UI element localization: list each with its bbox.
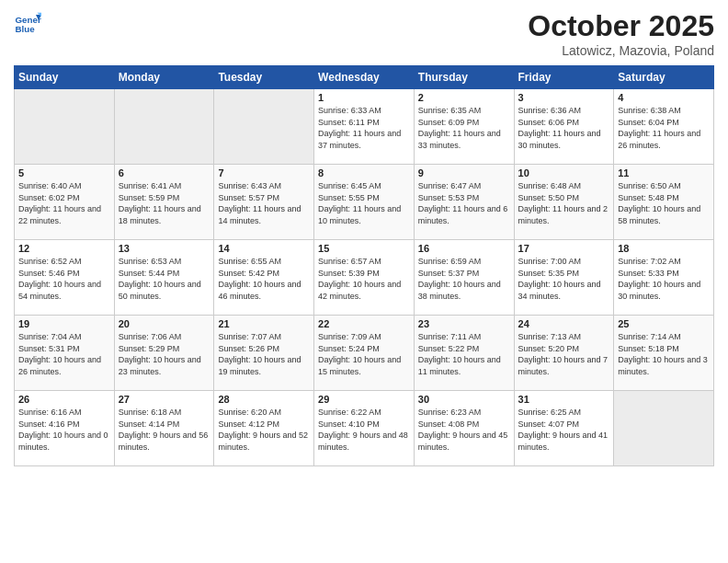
day-info: Sunrise: 6:59 AMSunset: 5:37 PMDaylight:…	[418, 256, 510, 302]
weekday-header-row: Sunday Monday Tuesday Wednesday Thursday…	[15, 66, 714, 89]
calendar-cell-3-4: 23Sunrise: 7:11 AMSunset: 5:22 PMDayligh…	[414, 316, 514, 391]
header-saturday: Saturday	[614, 66, 714, 89]
day-info: Sunrise: 6:25 AMSunset: 4:07 PMDaylight:…	[518, 407, 610, 453]
calendar-cell-1-6: 11Sunrise: 6:50 AMSunset: 5:48 PMDayligh…	[614, 165, 714, 240]
calendar-cell-3-2: 21Sunrise: 7:07 AMSunset: 5:26 PMDayligh…	[214, 316, 314, 391]
calendar-cell-3-0: 19Sunrise: 7:04 AMSunset: 5:31 PMDayligh…	[15, 316, 115, 391]
day-info: Sunrise: 6:18 AMSunset: 4:14 PMDaylight:…	[119, 407, 210, 453]
location: Latowicz, Mazovia, Poland	[528, 43, 714, 58]
day-info: Sunrise: 6:55 AMSunset: 5:42 PMDaylight:…	[218, 256, 310, 302]
day-info: Sunrise: 6:45 AMSunset: 5:55 PMDaylight:…	[318, 180, 410, 226]
day-number: 4	[618, 92, 710, 103]
day-number: 1	[318, 92, 410, 103]
calendar-cell-3-3: 22Sunrise: 7:09 AMSunset: 5:24 PMDayligh…	[314, 316, 415, 391]
day-number: 30	[418, 394, 510, 405]
day-number: 20	[119, 318, 210, 329]
day-number: 9	[418, 167, 510, 178]
day-number: 6	[119, 167, 210, 178]
calendar-cell-0-1	[114, 89, 214, 165]
day-info: Sunrise: 7:14 AMSunset: 5:18 PMDaylight:…	[618, 331, 710, 377]
day-info: Sunrise: 6:48 AMSunset: 5:50 PMDaylight:…	[518, 180, 610, 226]
calendar-cell-3-1: 20Sunrise: 7:06 AMSunset: 5:29 PMDayligh…	[114, 316, 214, 391]
header-monday: Monday	[114, 66, 214, 89]
calendar-cell-4-2: 28Sunrise: 6:20 AMSunset: 4:12 PMDayligh…	[214, 391, 314, 466]
calendar-cell-0-2	[214, 89, 314, 165]
day-info: Sunrise: 7:11 AMSunset: 5:22 PMDaylight:…	[418, 331, 510, 377]
week-row-5: 26Sunrise: 6:16 AMSunset: 4:16 PMDayligh…	[15, 391, 714, 466]
calendar-cell-4-4: 30Sunrise: 6:23 AMSunset: 4:08 PMDayligh…	[414, 391, 514, 466]
day-number: 28	[218, 394, 310, 405]
day-number: 2	[418, 92, 510, 103]
header-thursday: Thursday	[414, 66, 514, 89]
header: General Blue October 2025 Latowicz, Mazo…	[14, 9, 714, 58]
day-info: Sunrise: 6:35 AMSunset: 6:09 PMDaylight:…	[418, 105, 510, 151]
week-row-2: 5Sunrise: 6:40 AMSunset: 6:02 PMDaylight…	[15, 165, 714, 240]
calendar-cell-4-0: 26Sunrise: 6:16 AMSunset: 4:16 PMDayligh…	[15, 391, 115, 466]
day-number: 21	[218, 318, 310, 329]
day-number: 16	[418, 243, 510, 254]
calendar-cell-1-1: 6Sunrise: 6:41 AMSunset: 5:59 PMDaylight…	[114, 165, 214, 240]
calendar-cell-3-5: 24Sunrise: 7:13 AMSunset: 5:20 PMDayligh…	[514, 316, 614, 391]
calendar-cell-1-3: 8Sunrise: 6:45 AMSunset: 5:55 PMDaylight…	[314, 165, 415, 240]
day-number: 15	[318, 243, 410, 254]
day-number: 24	[518, 318, 610, 329]
day-info: Sunrise: 6:43 AMSunset: 5:57 PMDaylight:…	[218, 180, 310, 226]
day-info: Sunrise: 6:23 AMSunset: 4:08 PMDaylight:…	[418, 407, 510, 453]
day-info: Sunrise: 6:53 AMSunset: 5:44 PMDaylight:…	[119, 256, 210, 302]
calendar-cell-1-0: 5Sunrise: 6:40 AMSunset: 6:02 PMDaylight…	[15, 165, 115, 240]
calendar-cell-2-1: 13Sunrise: 6:53 AMSunset: 5:44 PMDayligh…	[114, 240, 214, 316]
day-number: 18	[618, 243, 710, 254]
calendar-cell-2-4: 16Sunrise: 6:59 AMSunset: 5:37 PMDayligh…	[414, 240, 514, 316]
day-number: 11	[618, 167, 710, 178]
day-info: Sunrise: 6:52 AMSunset: 5:46 PMDaylight:…	[18, 256, 110, 302]
day-info: Sunrise: 6:41 AMSunset: 5:59 PMDaylight:…	[119, 180, 210, 226]
day-info: Sunrise: 7:07 AMSunset: 5:26 PMDaylight:…	[218, 331, 310, 377]
calendar-cell-2-0: 12Sunrise: 6:52 AMSunset: 5:46 PMDayligh…	[15, 240, 115, 316]
day-number: 8	[318, 167, 410, 178]
header-friday: Friday	[514, 66, 614, 89]
day-number: 13	[119, 243, 210, 254]
day-info: Sunrise: 7:13 AMSunset: 5:20 PMDaylight:…	[518, 331, 610, 377]
week-row-4: 19Sunrise: 7:04 AMSunset: 5:31 PMDayligh…	[15, 316, 714, 391]
calendar-cell-2-2: 14Sunrise: 6:55 AMSunset: 5:42 PMDayligh…	[214, 240, 314, 316]
day-number: 25	[618, 318, 710, 329]
day-info: Sunrise: 7:09 AMSunset: 5:24 PMDaylight:…	[318, 331, 410, 377]
day-number: 26	[18, 394, 110, 405]
calendar-cell-2-6: 18Sunrise: 7:02 AMSunset: 5:33 PMDayligh…	[614, 240, 714, 316]
day-info: Sunrise: 6:33 AMSunset: 6:11 PMDaylight:…	[318, 105, 410, 151]
week-row-3: 12Sunrise: 6:52 AMSunset: 5:46 PMDayligh…	[15, 240, 714, 316]
calendar-cell-2-5: 17Sunrise: 7:00 AMSunset: 5:35 PMDayligh…	[514, 240, 614, 316]
page-container: General Blue October 2025 Latowicz, Mazo…	[0, 0, 728, 476]
logo-icon: General Blue	[14, 9, 41, 37]
day-number: 12	[18, 243, 110, 254]
day-number: 14	[218, 243, 310, 254]
calendar-cell-0-3: 1Sunrise: 6:33 AMSunset: 6:11 PMDaylight…	[314, 89, 415, 165]
day-info: Sunrise: 6:50 AMSunset: 5:48 PMDaylight:…	[618, 180, 710, 226]
day-number: 19	[18, 318, 110, 329]
title-block: October 2025 Latowicz, Mazovia, Poland	[528, 9, 714, 58]
calendar-cell-3-6: 25Sunrise: 7:14 AMSunset: 5:18 PMDayligh…	[614, 316, 714, 391]
day-number: 31	[518, 394, 610, 405]
header-sunday: Sunday	[15, 66, 115, 89]
header-tuesday: Tuesday	[214, 66, 314, 89]
calendar-cell-4-5: 31Sunrise: 6:25 AMSunset: 4:07 PMDayligh…	[514, 391, 614, 466]
calendar-cell-2-3: 15Sunrise: 6:57 AMSunset: 5:39 PMDayligh…	[314, 240, 415, 316]
day-info: Sunrise: 7:00 AMSunset: 5:35 PMDaylight:…	[518, 256, 610, 302]
day-number: 7	[218, 167, 310, 178]
day-info: Sunrise: 7:04 AMSunset: 5:31 PMDaylight:…	[18, 331, 110, 377]
day-number: 29	[318, 394, 410, 405]
day-info: Sunrise: 6:16 AMSunset: 4:16 PMDaylight:…	[18, 407, 110, 453]
calendar-cell-0-0	[15, 89, 115, 165]
day-info: Sunrise: 6:47 AMSunset: 5:53 PMDaylight:…	[418, 180, 510, 226]
day-info: Sunrise: 6:40 AMSunset: 6:02 PMDaylight:…	[18, 180, 110, 226]
calendar-cell-1-4: 9Sunrise: 6:47 AMSunset: 5:53 PMDaylight…	[414, 165, 514, 240]
day-info: Sunrise: 6:38 AMSunset: 6:04 PMDaylight:…	[618, 105, 710, 151]
day-info: Sunrise: 7:06 AMSunset: 5:29 PMDaylight:…	[119, 331, 210, 377]
day-number: 17	[518, 243, 610, 254]
calendar-table: Sunday Monday Tuesday Wednesday Thursday…	[14, 65, 714, 466]
day-info: Sunrise: 6:36 AMSunset: 6:06 PMDaylight:…	[518, 105, 610, 151]
calendar-cell-4-3: 29Sunrise: 6:22 AMSunset: 4:10 PMDayligh…	[314, 391, 415, 466]
month-title: October 2025	[528, 9, 714, 43]
calendar-cell-1-2: 7Sunrise: 6:43 AMSunset: 5:57 PMDaylight…	[214, 165, 314, 240]
day-info: Sunrise: 6:22 AMSunset: 4:10 PMDaylight:…	[318, 407, 410, 453]
